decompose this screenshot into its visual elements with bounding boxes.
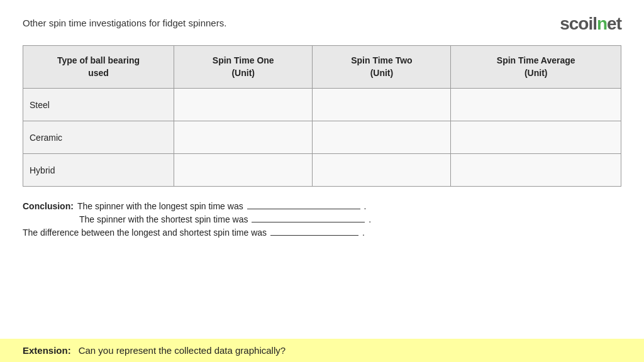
page-wrapper: Other spin time investigations for fidge… (0, 0, 644, 362)
time2-cell[interactable] (313, 121, 451, 154)
col-header-time1: Spin Time One(Unit) (174, 46, 313, 89)
col-header-bearing: Type of ball bearingused (23, 46, 174, 89)
bearing-cell: Hybrid (23, 154, 174, 187)
data-table: Type of ball bearingused Spin Time One(U… (23, 45, 621, 187)
conclusion-line3: The difference between the longest and s… (23, 227, 621, 238)
conclusion-line1-text: The spinner with the longest spin time w… (77, 200, 366, 211)
header: Other spin time investigations for fidge… (0, 0, 644, 40)
table-header-row: Type of ball bearingused Spin Time One(U… (23, 46, 621, 89)
bearing-cell: Steel (23, 89, 174, 121)
table-row: Hybrid (23, 154, 621, 187)
time2-cell[interactable] (313, 89, 451, 121)
conclusion-line1: Conclusion: The spinner with the longest… (23, 200, 621, 211)
time1-cell[interactable] (174, 121, 313, 154)
average-cell[interactable] (451, 154, 621, 187)
col-header-average: Spin Time Average(Unit) (451, 46, 621, 89)
bearing-cell: Ceramic (23, 121, 174, 154)
header-subtitle: Other spin time investigations for fidge… (23, 11, 226, 28)
time1-cell[interactable] (174, 154, 313, 187)
table-row: Steel (23, 89, 621, 121)
time2-cell[interactable] (313, 154, 451, 187)
average-cell[interactable] (451, 121, 621, 154)
logo-part4: et (607, 14, 621, 34)
conclusion-line2: The spinner with the shortest spin time … (23, 214, 621, 224)
difference-blank[interactable] (270, 227, 358, 236)
logo: scoilnet (560, 14, 621, 34)
longest-blank[interactable] (247, 200, 360, 209)
shortest-blank[interactable] (252, 214, 365, 222)
conclusion-section: Conclusion: The spinner with the longest… (0, 187, 644, 245)
extension-bar: Extension: Can you represent the collect… (0, 339, 644, 362)
table-section: Type of ball bearingused Spin Time One(U… (0, 45, 644, 187)
table-row: Ceramic (23, 121, 621, 154)
extension-label: Extension: (23, 345, 71, 356)
time1-cell[interactable] (174, 89, 313, 121)
logo-part3: n (597, 14, 607, 34)
conclusion-label: Conclusion: (23, 201, 74, 211)
extension-text: Can you represent the collected data gra… (79, 345, 286, 356)
logo-part2: l (592, 14, 597, 34)
average-cell[interactable] (451, 89, 621, 121)
col-header-time2: Spin Time Two(Unit) (313, 46, 451, 89)
logo-part1: scoi (560, 14, 592, 34)
